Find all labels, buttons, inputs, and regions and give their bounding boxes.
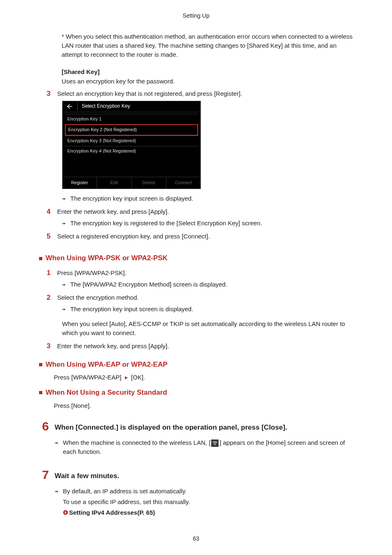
no-security-text: Press [None]. <box>54 401 353 410</box>
wpa-step-1-num: 1 <box>39 268 51 278</box>
screenshot-title: Select Encryption Key <box>82 103 130 110</box>
wpa-eap-heading: When Using WPA-EAP or WPA2-EAP <box>46 360 168 370</box>
major-step-6-num: 6 <box>39 420 49 433</box>
major-step-7-text: Wait a few minutes. <box>55 469 353 481</box>
bullet-square-icon <box>39 257 42 260</box>
wpa-step-3-num: 3 <box>39 342 51 351</box>
wpa-step-1-text: Press [WPA/WPA2-PSK]. <box>57 268 353 278</box>
step-4-text: Enter the network key, and press [Apply]… <box>57 207 353 216</box>
wpa-eap-text: Press [WPA/WPA2-EAP] [OK]. <box>54 373 353 382</box>
result-arrow-icon: ➠ <box>55 438 60 447</box>
result-arrow-icon: ➠ <box>62 305 68 314</box>
result-arrow-icon: ➠ <box>55 487 60 496</box>
step-4-num: 4 <box>39 207 51 216</box>
step-3-result: The encryption key input screen is displ… <box>70 194 353 203</box>
bullet-square-icon <box>39 391 42 394</box>
major-step-6-text: When [Connected.] is displayed on the op… <box>55 420 353 433</box>
major-step-7-note: To use a specific IP address, set this m… <box>63 497 353 506</box>
wifi-icon <box>211 439 219 447</box>
list-item[interactable]: Encryption Key 4 (Not Registered) <box>65 146 198 156</box>
result-arrow-icon: ➠ <box>62 280 68 289</box>
page-number: 63 <box>0 534 392 543</box>
svg-point-0 <box>215 445 216 446</box>
shared-key-text: Uses an encryption key for the password. <box>62 77 353 86</box>
step-3-num: 3 <box>39 89 51 98</box>
intro-note: * When you select this authentication me… <box>62 32 353 59</box>
wpa-step-3-text: Enter the network key, and press [Apply]… <box>57 342 353 351</box>
step-5-text: Select a registered encryption key, and … <box>57 232 353 241</box>
no-security-heading: When Not Using a Security Standard <box>46 388 167 398</box>
select-encryption-key-screenshot: Select Encryption Key Encryption Key 1 E… <box>62 101 200 189</box>
result-arrow-icon: ➠ <box>62 219 68 228</box>
link-bullet-icon <box>63 510 68 515</box>
ipv4-link[interactable]: Setting IPv4 Addresses(P. 65) <box>63 508 155 517</box>
list-item[interactable]: Encryption Key 1 <box>65 114 198 124</box>
list-item[interactable]: Encryption Key 3 (Not Registered) <box>65 136 198 146</box>
result-arrow-icon: ➠ <box>62 194 68 203</box>
step-4-result: The encryption key is registered to the … <box>70 219 353 228</box>
bullet-square-icon <box>39 363 42 366</box>
wpa-psk-heading: When Using WPA-PSK or WPA2-PSK <box>46 253 168 264</box>
page-header-title: Setting Up <box>39 12 353 20</box>
wpa-step-2-text: Select the encryption method. <box>57 293 353 302</box>
connect-button[interactable]: Connect <box>166 177 201 189</box>
list-item[interactable]: Encryption Key 2 (Not Registered) <box>65 124 198 136</box>
step-5-num: 5 <box>39 232 51 241</box>
title-separator <box>77 103 78 110</box>
wpa-step-1-result: The [WPA/WPA2 Encryption Method] screen … <box>70 280 353 289</box>
step-3-text: Select an encryption key that is not reg… <box>57 89 353 98</box>
triangle-right-icon <box>125 376 128 379</box>
wpa-step-2-result: The encryption key input screen is displ… <box>70 305 353 314</box>
major-step-7-result: By default, an IP address is set automat… <box>63 487 353 496</box>
register-button[interactable]: Register <box>62 177 97 189</box>
wpa-step-2-num: 2 <box>39 293 51 302</box>
delete-button[interactable]: Delete <box>132 177 166 189</box>
edit-button[interactable]: Edit <box>97 177 131 189</box>
back-icon[interactable] <box>66 104 73 109</box>
major-step-7-num: 7 <box>39 469 49 481</box>
major-step-6-result: When the machine is connected to the wir… <box>63 438 353 456</box>
wpa-step-2-note: When you select [Auto], AES-CCMP or TKIP… <box>62 319 353 338</box>
shared-key-label: [Shared Key] <box>62 67 353 76</box>
